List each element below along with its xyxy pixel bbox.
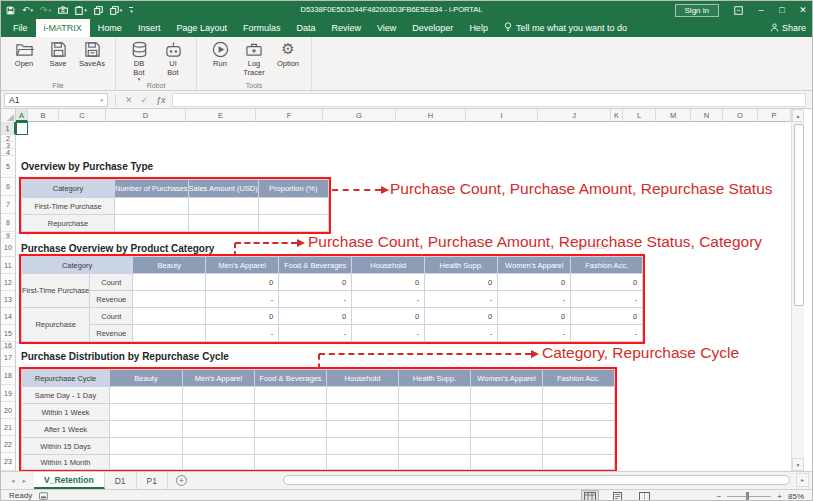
- horizontal-scrollbar-thumb[interactable]: [283, 475, 790, 485]
- tab-data[interactable]: Data: [288, 19, 323, 37]
- column-header[interactable]: C: [59, 109, 106, 122]
- column-header-cell[interactable]: Food & Beverages: [279, 257, 352, 274]
- column-header[interactable]: N: [691, 109, 723, 122]
- column-header[interactable]: I: [466, 109, 538, 122]
- row-header[interactable]: 11: [1, 257, 16, 274]
- row-label-cell[interactable]: Within 1 Week: [22, 404, 110, 421]
- formula-input[interactable]: [172, 93, 806, 107]
- cell[interactable]: [471, 387, 543, 404]
- row-header[interactable]: 8: [1, 214, 16, 232]
- redo-icon[interactable]: ↷▾: [40, 6, 51, 15]
- sheet-tab-d1[interactable]: D1: [105, 472, 137, 489]
- column-header-cell[interactable]: Food & Beverages: [255, 370, 327, 387]
- cell[interactable]: [110, 387, 183, 404]
- minimize-button[interactable]: –: [755, 5, 767, 15]
- row-header[interactable]: 15: [1, 325, 16, 342]
- cell[interactable]: -: [571, 325, 643, 342]
- row-label-cell[interactable]: Same Day - 1 Day: [22, 387, 110, 404]
- normal-view-icon[interactable]: [582, 491, 598, 501]
- cell[interactable]: [327, 438, 399, 455]
- tab-help[interactable]: Help: [461, 19, 496, 37]
- cell[interactable]: -: [425, 325, 498, 342]
- column-header[interactable]: B: [28, 109, 59, 122]
- column-header-cell[interactable]: Household: [352, 257, 425, 274]
- cell[interactable]: [471, 438, 543, 455]
- scroll-down-icon[interactable]: ▼: [792, 458, 804, 471]
- cell[interactable]: [327, 387, 399, 404]
- cell[interactable]: [133, 274, 206, 291]
- cell[interactable]: [133, 291, 206, 308]
- row-header[interactable]: 5: [1, 156, 16, 178]
- cell[interactable]: [110, 455, 183, 470]
- row-label-cell[interactable]: First-Time Purchase: [22, 274, 90, 308]
- cell[interactable]: -: [206, 325, 279, 342]
- vertical-scrollbar-thumb[interactable]: [794, 124, 804, 306]
- cell[interactable]: [188, 198, 258, 215]
- cancel-icon[interactable]: ✕: [125, 95, 133, 105]
- zoom-slider-thumb[interactable]: [746, 492, 749, 501]
- row-header[interactable]: 22: [1, 436, 16, 453]
- tab-i-matrix[interactable]: i-MATRIX: [36, 19, 90, 37]
- row-header[interactable]: 17: [1, 349, 16, 367]
- cell[interactable]: [115, 198, 189, 215]
- cell[interactable]: [110, 438, 183, 455]
- cell[interactable]: 0: [425, 274, 498, 291]
- cell[interactable]: 0: [279, 274, 352, 291]
- next-sheet-icon[interactable]: ▸: [23, 477, 27, 485]
- cell[interactable]: 0: [352, 274, 425, 291]
- cell[interactable]: [258, 215, 328, 232]
- insert-function-icon[interactable]: ƒx: [156, 95, 166, 105]
- column-header-cell[interactable]: Men's Apparel: [183, 370, 255, 387]
- column-header-cell[interactable]: Category: [22, 180, 115, 198]
- column-header[interactable]: M: [656, 109, 691, 122]
- cell[interactable]: 0: [206, 308, 279, 325]
- camera-icon[interactable]: [58, 6, 68, 14]
- cell[interactable]: 0: [571, 308, 643, 325]
- cell[interactable]: 0: [498, 308, 571, 325]
- save-button[interactable]: Save: [42, 39, 74, 69]
- db-bot-button[interactable]: DB Bot ▾: [123, 39, 155, 83]
- row-header[interactable]: 13: [1, 291, 16, 308]
- tab-formulas[interactable]: Formulas: [235, 19, 289, 37]
- cell[interactable]: [471, 404, 543, 421]
- cell[interactable]: [543, 404, 615, 421]
- column-header[interactable]: K: [611, 109, 623, 122]
- row-header[interactable]: 18: [1, 367, 16, 385]
- column-header-cell[interactable]: Health Supp.: [399, 370, 471, 387]
- row-label-cell[interactable]: Repurchase: [22, 308, 90, 342]
- column-header-cell[interactable]: Women's Apparel: [498, 257, 571, 274]
- cell[interactable]: [543, 387, 615, 404]
- cell[interactable]: [399, 438, 471, 455]
- name-box[interactable]: A1 ▾: [4, 93, 108, 107]
- scroll-right-icon[interactable]: ▸: [796, 473, 809, 487]
- column-header[interactable]: E: [186, 109, 256, 122]
- sign-in-button[interactable]: Sign in: [675, 4, 719, 17]
- record-macro-icon[interactable]: [39, 492, 48, 501]
- row-header[interactable]: 10: [1, 239, 16, 257]
- cell[interactable]: [110, 404, 183, 421]
- vertical-scrollbar[interactable]: ▲ ▼: [791, 109, 804, 471]
- cell[interactable]: [399, 404, 471, 421]
- share-button[interactable]: Share: [770, 19, 806, 37]
- column-header[interactable]: O: [723, 109, 758, 122]
- tab-developer[interactable]: Developer: [404, 19, 461, 37]
- tab-view[interactable]: View: [369, 19, 404, 37]
- cell[interactable]: -: [498, 291, 571, 308]
- close-button[interactable]: ✕: [797, 5, 809, 15]
- cell[interactable]: [399, 455, 471, 470]
- row-header[interactable]: 20: [1, 402, 16, 419]
- cell[interactable]: [255, 421, 327, 438]
- tab-page-layout[interactable]: Page Layout: [168, 19, 235, 37]
- column-header[interactable]: P: [758, 109, 791, 122]
- column-header[interactable]: H: [396, 109, 466, 122]
- cell[interactable]: 0: [279, 308, 352, 325]
- cell[interactable]: 0: [571, 274, 643, 291]
- cell[interactable]: -: [571, 291, 643, 308]
- row-header[interactable]: 14: [1, 308, 16, 325]
- row-header[interactable]: 19: [1, 385, 16, 402]
- row-label-cell[interactable]: Repurchase: [22, 215, 115, 232]
- zoom-out-icon[interactable]: −: [717, 492, 722, 501]
- row-header[interactable]: 9: [1, 232, 16, 239]
- enter-icon[interactable]: ✓: [141, 95, 149, 105]
- cell[interactable]: 0: [352, 308, 425, 325]
